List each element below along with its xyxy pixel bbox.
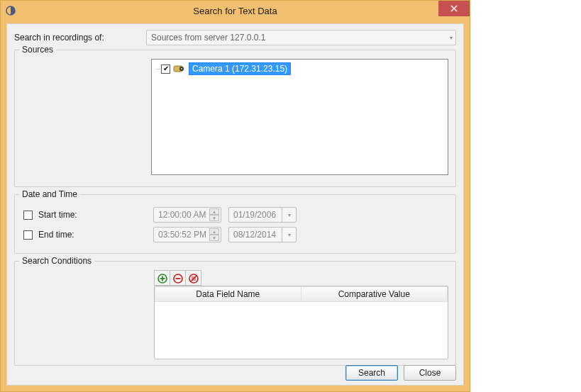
grid-column-header[interactable]: Data Field Name bbox=[155, 286, 301, 302]
spinner-up-icon[interactable]: ▲ bbox=[209, 228, 219, 235]
start-date-input[interactable]: 01/19/2006 ▾ bbox=[228, 207, 297, 223]
start-date-value: 01/19/2006 bbox=[229, 208, 282, 222]
dialog-footer: Search Close bbox=[345, 365, 456, 381]
add-condition-button[interactable] bbox=[154, 271, 170, 286]
start-time-label: Start time: bbox=[38, 210, 153, 220]
sources-group: Sources ┈ ✔ Camera 1 (172.31.23.15) bbox=[14, 50, 456, 187]
grid-column-header[interactable]: Comparative Value bbox=[301, 286, 448, 302]
server-dropdown[interactable]: Sources from server 127.0.0.1 ▾ bbox=[146, 30, 456, 45]
start-time-row: Start time: 12:00:00 AM ▲ ▼ 01/19/2006 ▾ bbox=[22, 206, 448, 223]
end-time-input[interactable]: 03:50:52 PM ▲ ▼ bbox=[153, 227, 221, 242]
end-time-value: 03:50:52 PM bbox=[158, 230, 206, 240]
start-time-spinner: ▲ ▼ bbox=[209, 208, 219, 221]
minus-icon bbox=[173, 274, 183, 284]
tree-connector-icon: ┈ bbox=[156, 65, 160, 73]
end-time-checkbox[interactable] bbox=[23, 230, 33, 240]
camera-icon bbox=[173, 65, 186, 73]
end-time-row: End time: 03:50:52 PM ▲ ▼ 08/12/2014 ▾ bbox=[22, 226, 448, 243]
chevron-down-icon: ▾ bbox=[450, 35, 453, 41]
grid-header: Data Field Name Comparative Value bbox=[155, 286, 448, 302]
search-in-row: Search in recordings of: Sources from se… bbox=[14, 30, 456, 45]
search-conditions-group-title: Search Conditions bbox=[19, 256, 94, 266]
spinner-down-icon[interactable]: ▼ bbox=[209, 215, 219, 221]
remove-condition-button[interactable] bbox=[170, 271, 185, 286]
window-title: Search for Text Data bbox=[1, 6, 470, 16]
close-window-button[interactable] bbox=[438, 1, 470, 16]
spinner-down-icon[interactable]: ▼ bbox=[209, 235, 219, 241]
sources-group-title: Sources bbox=[19, 45, 56, 55]
tree-item-checkbox[interactable]: ✔ bbox=[161, 65, 170, 74]
search-button[interactable]: Search bbox=[345, 365, 398, 381]
dialog-content: Search in recordings of: Sources from se… bbox=[6, 23, 464, 386]
conditions-toolbar bbox=[154, 270, 201, 286]
close-button[interactable]: Close bbox=[404, 365, 456, 381]
end-time-label: End time: bbox=[38, 230, 153, 240]
search-in-label: Search in recordings of: bbox=[14, 33, 146, 43]
close-icon bbox=[450, 5, 458, 12]
plus-icon bbox=[157, 274, 167, 284]
clear-icon bbox=[189, 274, 199, 284]
spinner-up-icon[interactable]: ▲ bbox=[209, 208, 219, 215]
titlebar: Search for Text Data bbox=[1, 1, 470, 21]
end-date-value: 08/12/2014 bbox=[229, 228, 282, 242]
end-time-spinner: ▲ ▼ bbox=[209, 228, 219, 241]
search-conditions-group: Search Conditions bbox=[14, 261, 456, 366]
calendar-dropdown-icon[interactable]: ▾ bbox=[282, 228, 296, 242]
tree-item[interactable]: ┈ ✔ Camera 1 (172.31.23.15) bbox=[156, 62, 443, 75]
clear-conditions-button[interactable] bbox=[185, 271, 201, 286]
start-time-input[interactable]: 12:00:00 AM ▲ ▼ bbox=[153, 207, 221, 223]
conditions-grid[interactable]: Data Field Name Comparative Value bbox=[154, 286, 448, 359]
start-time-value: 12:00:00 AM bbox=[158, 210, 206, 220]
tree-item-label: Camera 1 (172.31.23.15) bbox=[189, 62, 291, 75]
start-time-checkbox[interactable] bbox=[23, 211, 33, 220]
date-time-group: Date and Time Start time: 12:00:00 AM ▲ … bbox=[14, 194, 456, 254]
sources-tree[interactable]: ┈ ✔ Camera 1 (172.31.23.15) bbox=[151, 59, 448, 175]
calendar-dropdown-icon[interactable]: ▾ bbox=[282, 208, 296, 222]
date-time-group-title: Date and Time bbox=[19, 189, 80, 199]
conditions-area: Data Field Name Comparative Value bbox=[154, 270, 448, 359]
search-for-text-data-dialog: Search for Text Data Search in recording… bbox=[0, 0, 470, 392]
server-dropdown-value: Sources from server 127.0.0.1 bbox=[151, 33, 265, 43]
svg-point-5 bbox=[181, 68, 182, 69]
end-date-input[interactable]: 08/12/2014 ▾ bbox=[228, 227, 297, 242]
